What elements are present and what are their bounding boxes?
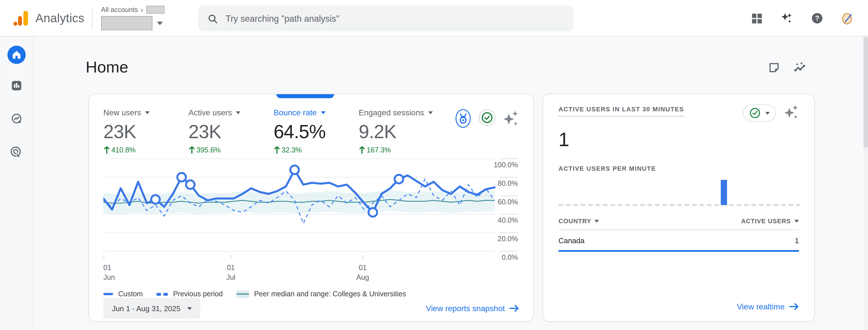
metric-label: Active users <box>188 108 232 117</box>
analytics-logo-icon <box>12 9 30 27</box>
row-value-bar <box>558 250 799 252</box>
scrollbar-thumb[interactable] <box>863 37 868 148</box>
y-axis-tick-label: 40.0% <box>498 216 518 224</box>
caret-down-icon <box>794 220 799 222</box>
arrow-right-icon <box>509 304 519 312</box>
anomaly-marker <box>395 175 403 183</box>
metric-active-users[interactable]: Active users 23K 395.6% <box>188 108 274 154</box>
help-icon[interactable]: ? <box>810 11 824 25</box>
insights-icon[interactable] <box>793 61 807 74</box>
legend-item-custom: Custom <box>103 290 143 298</box>
view-reports-snapshot-link[interactable]: View reports snapshot <box>426 304 519 313</box>
insights-sparkle-icon[interactable] <box>503 109 519 130</box>
anomaly-marker <box>369 208 377 217</box>
metric-engaged-sessions[interactable]: Engaged sessions 9.2K 167.3% <box>359 108 455 154</box>
legend-label: Previous period <box>173 290 223 298</box>
legend-label: Custom <box>118 290 143 298</box>
metric-bounce-rate[interactable]: Bounce rate 64.5% 32.3% <box>274 108 359 154</box>
active-users-per-minute-chart <box>558 174 800 207</box>
metric-value: 9.2K <box>359 121 455 143</box>
anomaly-marker <box>151 195 160 204</box>
metric-delta-value: 395.6% <box>196 146 221 154</box>
active-users-cell: 1 <box>795 236 799 245</box>
realtime-title: ACTIVE USERS IN LAST 30 MINUTES <box>558 106 684 117</box>
caret-down-icon <box>145 111 150 114</box>
sidebar-item-reports[interactable] <box>7 76 25 95</box>
view-realtime-link[interactable]: View realtime <box>737 302 799 311</box>
metric-value: 23K <box>103 121 188 143</box>
selected-metric-tab-indicator <box>276 94 334 98</box>
x-axis-tick-label: 01 <box>359 263 367 271</box>
analytics-logo[interactable]: Analytics <box>12 9 85 27</box>
caret-down-icon <box>187 307 192 310</box>
home-icon <box>11 50 22 60</box>
date-range-selector[interactable]: Jun 1 - Aug 31, 2025 <box>103 298 200 319</box>
sidebar-item-explore[interactable] <box>7 110 25 128</box>
y-axis-tick-label: 0.0% <box>502 253 518 261</box>
search-icon <box>207 13 218 24</box>
user-avatar[interactable] <box>841 11 854 25</box>
per-minute-label: ACTIVE USERS PER MINUTE <box>558 165 799 172</box>
realtime-card: ACTIVE USERS IN LAST 30 MINUTES <box>542 94 815 322</box>
y-axis-tick-label: 60.0% <box>498 198 518 206</box>
arrow-up-icon <box>188 146 195 154</box>
y-axis-tick-label: 20.0% <box>498 235 518 243</box>
caret-down-icon <box>765 111 770 114</box>
left-nav <box>0 37 33 330</box>
x-axis-tick-label: 01 <box>103 263 111 271</box>
date-range-value: Jun 1 - Aug 31, 2025 <box>112 304 181 312</box>
overview-card: New users 23K 410.8% Active users 23K 39… <box>89 94 534 322</box>
main-content: Home <box>33 37 868 330</box>
y-axis-tick-label: 80.0% <box>498 179 518 187</box>
sidebar-item-home[interactable] <box>7 46 25 64</box>
chevron-down-icon <box>157 22 163 25</box>
apps-grid-icon[interactable] <box>750 11 764 25</box>
x-axis-tick-label: 01 <box>227 263 235 271</box>
insights-sparkle-icon[interactable] <box>784 103 799 123</box>
topbar-actions: ? <box>750 0 854 37</box>
legend-label: Peer median and range: Colleges & Univer… <box>254 290 406 298</box>
minute-bar <box>721 180 727 205</box>
notes-icon[interactable] <box>767 61 781 74</box>
anomaly-marker <box>186 180 194 189</box>
check-circle-icon <box>749 107 761 119</box>
legend-swatch-band <box>237 290 249 298</box>
account-switcher[interactable]: All accounts › <box>101 6 164 30</box>
realtime-data-quality-dropdown[interactable] <box>743 104 776 122</box>
data-quality-check-icon[interactable] <box>478 109 496 128</box>
caret-down-icon <box>321 111 325 114</box>
product-name: Analytics <box>35 11 85 25</box>
page-title: Home <box>86 58 128 76</box>
advertising-icon <box>10 145 23 159</box>
link-label: View realtime <box>737 302 785 311</box>
arrow-right-icon <box>789 303 799 310</box>
metric-new-users[interactable]: New users 23K 410.8% <box>103 108 188 154</box>
metric-label: Engaged sessions <box>359 108 424 117</box>
redacted-account-name <box>146 6 164 14</box>
country-column-header[interactable]: COUNTRY <box>558 218 599 224</box>
header-divider <box>92 7 93 29</box>
metric-delta-value: 167.3% <box>367 146 391 154</box>
gemini-sparkle-icon[interactable] <box>780 11 794 25</box>
column-label: ACTIVE USERS <box>741 218 791 224</box>
chart-legend: Custom Previous period Peer median and r… <box>103 290 519 298</box>
caret-down-icon <box>236 111 241 114</box>
explore-icon <box>10 112 23 125</box>
search-input[interactable] <box>225 13 564 24</box>
active-users-column-header[interactable]: ACTIVE USERS <box>741 218 799 224</box>
metric-value: 64.5% <box>274 121 359 143</box>
global-search[interactable] <box>198 6 574 31</box>
top-app-bar: Analytics All accounts › <box>0 0 868 37</box>
bounce-rate-chart: 0.0%20.0%40.0%60.0%80.0%100.0%01Jun01Jul… <box>103 154 518 287</box>
redacted-property-name <box>101 16 152 30</box>
legend-swatch-dashes <box>156 293 168 295</box>
metric-delta-value: 410.8% <box>111 146 135 154</box>
benchmarking-medal-icon[interactable] <box>455 109 471 130</box>
legend-item-peer-median: Peer median and range: Colleges & Univer… <box>237 290 406 298</box>
metric-delta-value: 32.3% <box>282 146 302 154</box>
sidebar-item-advertising[interactable] <box>7 143 25 161</box>
realtime-table-header: COUNTRY ACTIVE USERS <box>558 218 799 224</box>
x-axis-tick-label: Aug <box>356 273 369 281</box>
metric-value: 23K <box>188 121 274 143</box>
bounce-rate-chart-area: 0.0%20.0%40.0%60.0%80.0%100.0%01Jun01Jul… <box>103 154 519 289</box>
